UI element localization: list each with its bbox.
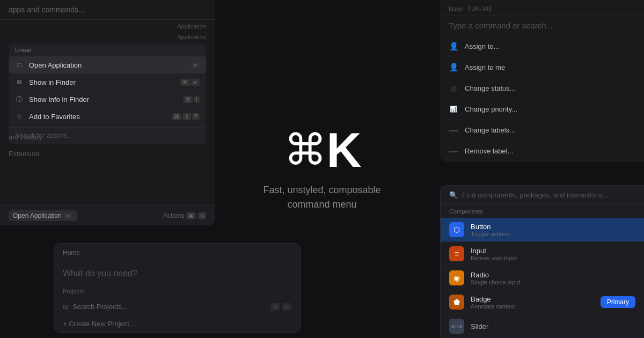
open-app-label: Open Application [29,61,186,69]
comp-search-input[interactable]: Find components, packages, and interacti… [462,191,608,199]
left-side-items: ard History Extension [0,107,86,166]
change-labels-label: Change labels... [465,126,515,134]
show-finder-shortcut: ⌘↵ [180,79,200,86]
comp-button-name: Button [471,223,509,231]
comp-slider-icon: ⟺ [449,319,464,334]
cmd-assign-to[interactable]: 👤 Assign to... [440,36,644,57]
comp-input-desc: Retrive user input [471,255,517,261]
comp-radio-info: Radio Single choice input [471,271,520,285]
comp-badge-icon: ⬟ [449,295,464,310]
home-section-title: Projects [54,285,300,298]
search-input[interactable]: apps and commands... [9,5,206,14]
section-header-top: Application [0,20,215,33]
cmd-symbol: ⌘K [263,126,380,174]
change-status-icon: ◎ [449,83,458,93]
show-finder-icon: ⧉ [15,78,24,86]
comp-input-info: Input Retrive user input [471,247,517,261]
comp-input-icon: ≡ [449,246,464,261]
show-info-label: Show Info in Finder [29,95,178,104]
side-item-2 [0,120,86,129]
change-status-label: Change status... [465,84,516,92]
comp-radio-name: Radio [471,271,520,279]
change-labels-icon: ▬▬ [449,125,458,135]
cmd-remove-label[interactable]: ▬▬ Remove label... [440,141,644,161]
k-char: K [327,126,361,174]
assign-me-icon: 👤 [449,62,458,72]
footer-pill-open-app[interactable]: Open Application ↵ [9,210,77,221]
tagline: Fast, unstyled, composable command menu [263,183,380,212]
assign-me-label: Assign to me [465,63,505,71]
search-bar[interactable]: apps and commands... [0,0,215,20]
footer-open-app-shortcut: ↵ [64,212,72,219]
command-input[interactable]: Type a command or search... [449,21,635,30]
create-project-row[interactable]: + Create New Project... [54,315,300,332]
cmd-assign-me[interactable]: 👤 Assign to me [440,57,644,78]
footer-bar: Open Application ↵ Actions ⌘ K [0,205,215,225]
cmd-change-labels[interactable]: ▬▬ Change labels... [440,120,644,141]
assign-to-label: Assign to... [465,42,499,50]
assign-to-icon: 👤 [449,41,458,51]
menu-item-open-application[interactable]: □ Open Application ↵ [9,56,206,74]
menu-item-show-in-finder[interactable]: ⧉ Show in Finder ⌘↵ [9,74,206,91]
comp-radio-icon: ◉ [449,270,464,285]
remove-label-icon: ▬▬ [449,146,458,156]
search-projects-row[interactable]: ⊞ Search Projects... S P [54,298,300,315]
comp-slider-name: Slider [471,322,488,330]
side-item-extension[interactable]: Extension [0,145,86,162]
comp-item-badge[interactable]: ⬟ Badge Annotate context Primary [441,290,644,314]
comp-item-slider[interactable]: ⟺ Slider [441,314,644,338]
comp-button-desc: Trigger actions [471,231,509,237]
show-finder-label: Show in Finder [29,78,175,86]
cmd-char: ⌘ [284,129,325,172]
comp-button-info: Button Trigger actions [471,223,509,237]
bottom-right-panel: 🔍 Find components, packages, and interac… [440,185,644,338]
comp-item-radio[interactable]: ◉ Radio Single choice input [441,266,644,290]
footer-breadcrumb: Open Application ↵ [9,210,77,221]
side-item-history[interactable]: ard History [0,129,86,145]
open-app-icon: □ [15,61,24,69]
comp-badge-desc: Annotate context [471,303,515,310]
comp-input-name: Input [471,247,517,255]
comp-section-title: Components [441,205,644,218]
footer-open-app-label: Open Application [13,212,62,219]
home-header: Home [54,244,300,262]
search-projects-grid-icon: ⊞ [63,303,68,311]
footer-actions-label: Actions [163,212,184,219]
comp-search-icon: 🔍 [449,191,458,199]
show-info-shortcut: ⌘I [183,96,200,103]
shortcut-s: S [270,303,280,311]
create-project-label: + Create New Project... [63,320,135,328]
footer-actions-shortcut-cmd: ⌘ [186,212,196,219]
command-input-area[interactable]: Type a command or search... [440,16,644,36]
tagline-line1: Fast, unstyled, composable [263,183,380,197]
comp-item-button[interactable]: ⬡ Button Trigger actions [441,218,644,242]
open-app-shortcut: ↵ [191,62,200,69]
cmd-change-status[interactable]: ◎ Change status... [440,78,644,99]
menu-item-show-info[interactable]: ⓘ Show Info in Finder ⌘I [9,91,206,108]
home-query[interactable]: What do you need? [54,262,300,285]
comp-badge-info: Badge Annotate context [471,295,515,310]
comp-radio-desc: Single choice input [471,279,520,285]
change-priority-label: Change priority... [465,105,517,113]
footer-actions-shortcut-k: K [198,212,206,219]
bottom-left-panel: Home What do you need? Projects ⊞ Search… [54,243,301,333]
search-projects-label: Search Projects... [72,303,266,311]
comp-search-bar[interactable]: 🔍 Find components, packages, and interac… [441,186,644,205]
add-favorites-shortcut: ⌘⇧F [172,113,200,120]
footer-actions[interactable]: Actions ⌘ K [163,212,206,219]
section-header-sub: Application [0,33,215,42]
comp-badge-name: Badge [471,295,515,303]
comp-item-input[interactable]: ≡ Input Retrive user input [441,242,644,266]
app-group-title: Linear [9,43,206,56]
search-projects-shortcuts: S P [270,303,291,311]
change-priority-icon: 📊 [449,104,458,114]
side-item-1 [0,112,86,120]
top-right-panel: Issue · FUN-343 Type a command or search… [440,0,644,161]
primary-badge[interactable]: Primary [601,296,635,308]
show-info-icon: ⓘ [15,95,24,104]
shortcut-p: P [282,303,291,311]
remove-label-label: Remove label... [465,147,513,155]
center-logo: ⌘K Fast, unstyled, composable command me… [263,126,380,212]
cmd-change-priority[interactable]: 📊 Change priority... [440,99,644,120]
comp-button-icon: ⬡ [449,222,464,237]
